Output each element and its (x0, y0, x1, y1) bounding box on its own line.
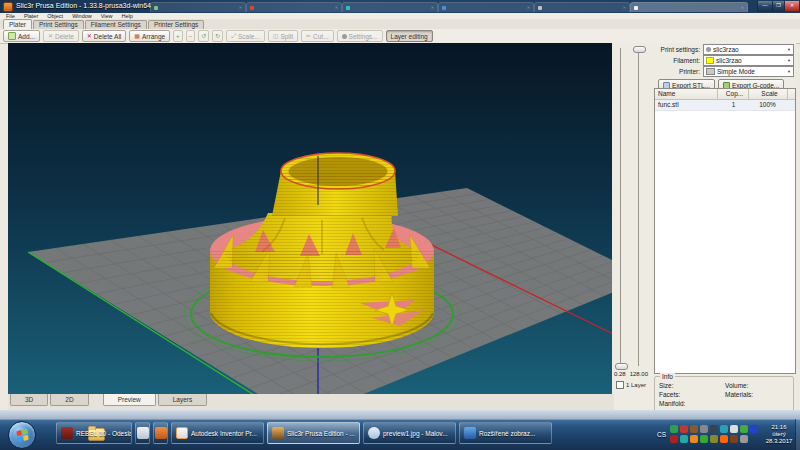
slic3r-icon (272, 427, 284, 439)
tray-icon[interactable] (730, 435, 738, 443)
fewer-copies-button[interactable]: − (186, 30, 196, 42)
object-scale: 100% (747, 100, 785, 110)
delete-all-button[interactable]: ✕Delete All (82, 30, 127, 42)
tray-icon[interactable] (680, 425, 688, 433)
display-settings-icon (464, 427, 476, 439)
delete-icon: ✕ (48, 33, 53, 39)
taskbar-clock[interactable]: 21:16 úterý 28.3.2017 (762, 424, 796, 445)
rebel-app-icon (61, 427, 73, 439)
filament-label: Filament: (654, 57, 703, 64)
print-settings-select[interactable]: slic3rzao ▼ (703, 44, 794, 55)
tray-icon[interactable] (710, 425, 718, 433)
taskbar-button-paint[interactable]: preview1.jpg - Malov... (363, 422, 456, 444)
app-icon (137, 427, 149, 439)
taskbar-button-rebel[interactable]: REBEL 10 - Odeslat o... (56, 422, 132, 444)
taskbar-button-inventor[interactable]: Autodesk Inventor Pr... (171, 422, 264, 444)
taskbar-button-slic3r[interactable]: Slic3r Prusa Edition - ... (267, 422, 360, 444)
tray-icon[interactable] (670, 425, 678, 433)
scale-button[interactable]: ⤢Scale... (226, 30, 265, 42)
one-layer-checkbox[interactable] (616, 381, 624, 389)
filament-select[interactable]: slic3rzao ▼ (703, 55, 794, 66)
tray-icon[interactable] (740, 425, 748, 433)
arrange-button[interactable]: ▦Arrange (129, 30, 170, 42)
tab-filament-settings[interactable]: Filament Settings (85, 20, 147, 29)
printer-select[interactable]: Simple Mode ▼ (703, 66, 794, 77)
scale-icon: ⤢ (231, 33, 236, 39)
layer-slider-panel: 0.28 128.00 1 Layer (612, 43, 654, 412)
tray-icon[interactable] (700, 425, 708, 433)
objects-list: Name Cop... Scale func.stl 1 100% (654, 88, 796, 374)
split-button[interactable]: ◫Split (268, 30, 298, 42)
start-button[interactable] (8, 421, 36, 449)
plater-toolbar: Add... ✕Delete ✕Delete All ▦Arrange + − … (0, 29, 800, 44)
view-tab-3d[interactable]: 3D (10, 394, 48, 406)
filament-color-swatch (706, 57, 714, 64)
column-copies[interactable]: Cop... (718, 89, 749, 99)
tab-printer-settings[interactable]: Printer Settings (148, 20, 204, 29)
rotate-cw-icon: ↻ (215, 33, 220, 39)
delete-all-icon: ✕ (87, 33, 92, 39)
column-scale[interactable]: Scale (749, 89, 788, 99)
window-title: Slic3r Prusa Edition - 1.33.8-prusa3d-wi… (16, 2, 151, 9)
tray-icon[interactable] (720, 425, 728, 433)
tray-icon[interactable] (680, 435, 688, 443)
chevron-down-icon: ▼ (787, 69, 791, 74)
tray-icon[interactable] (710, 435, 718, 443)
clock-day: úterý (762, 431, 796, 438)
layer-slider-track-low[interactable] (620, 48, 621, 366)
tray-icon[interactable] (700, 435, 708, 443)
background-browser-tab: ✕ (150, 2, 246, 12)
inventor-icon (176, 427, 188, 439)
app-icon (3, 2, 13, 12)
system-tray: CS 21:16 úterý 28.3.2017 (657, 421, 796, 448)
layer-slider-track-high[interactable] (638, 48, 639, 366)
layer-value-high: 128.00 (630, 371, 648, 377)
more-copies-button[interactable]: + (173, 30, 183, 42)
layer-editing-toggle[interactable]: Layer editing (386, 30, 433, 42)
close-button[interactable]: ✕ (784, 1, 800, 12)
minimize-button[interactable]: — (757, 1, 773, 12)
object-copies: 1 (717, 100, 747, 110)
3d-scene[interactable] (8, 43, 612, 394)
view-tab-layers[interactable]: Layers (158, 394, 208, 406)
add-button[interactable]: Add... (3, 30, 40, 42)
tray-icon[interactable] (690, 435, 698, 443)
info-facets-label: Facets: (659, 391, 725, 400)
language-indicator[interactable]: CS (657, 431, 666, 438)
table-row[interactable]: func.stl 1 100% (655, 100, 795, 111)
taskbar-button-display[interactable]: Rozšířené zobraz... (459, 422, 552, 444)
rotate-ccw-button[interactable]: ↺ (198, 30, 209, 42)
layer-value-low: 0.28 (614, 371, 626, 377)
taskbar-button-app2[interactable] (153, 422, 168, 444)
tray-icon[interactable] (730, 425, 738, 433)
taskbar-button-app1[interactable] (135, 422, 150, 444)
model-funnel[interactable] (210, 153, 434, 348)
app-window: Slic3r Prusa Edition - 1.33.8-prusa3d-wi… (0, 0, 800, 419)
tab-plater[interactable]: Plater (3, 19, 32, 29)
tab-print-settings[interactable]: Print Settings (33, 20, 84, 29)
tray-icon[interactable] (720, 435, 728, 443)
view-tabs: 3D 2D Preview Layers (8, 394, 614, 410)
arrange-icon: ▦ (134, 33, 140, 39)
layer-slider-handle-bottom[interactable] (615, 363, 628, 370)
cut-button[interactable]: ✂Cut... (301, 30, 334, 42)
3d-viewport[interactable] (8, 43, 612, 394)
tray-icon[interactable] (690, 425, 698, 433)
background-browser-tab: ✕ (534, 2, 630, 12)
tray-icon[interactable] (670, 435, 678, 443)
rotate-cw-button[interactable]: ↻ (212, 30, 223, 42)
tray-icon[interactable] (750, 425, 758, 433)
view-tab-2d[interactable]: 2D (50, 394, 88, 406)
delete-button[interactable]: ✕Delete (43, 30, 79, 42)
tray-icon[interactable] (740, 435, 748, 443)
layer-slider-handle-top[interactable] (633, 46, 646, 53)
view-tab-preview[interactable]: Preview (103, 394, 156, 406)
settings-tabbar: Plater Print Settings Filament Settings … (0, 19, 800, 29)
printer-icon (706, 68, 715, 75)
column-name[interactable]: Name (655, 89, 718, 99)
gear-icon (706, 47, 711, 52)
background-browser-tab: ✕ (438, 2, 534, 12)
show-desktop-button[interactable] (795, 419, 800, 450)
info-title: Info (660, 373, 675, 380)
settings-button[interactable]: Settings... (337, 30, 383, 42)
